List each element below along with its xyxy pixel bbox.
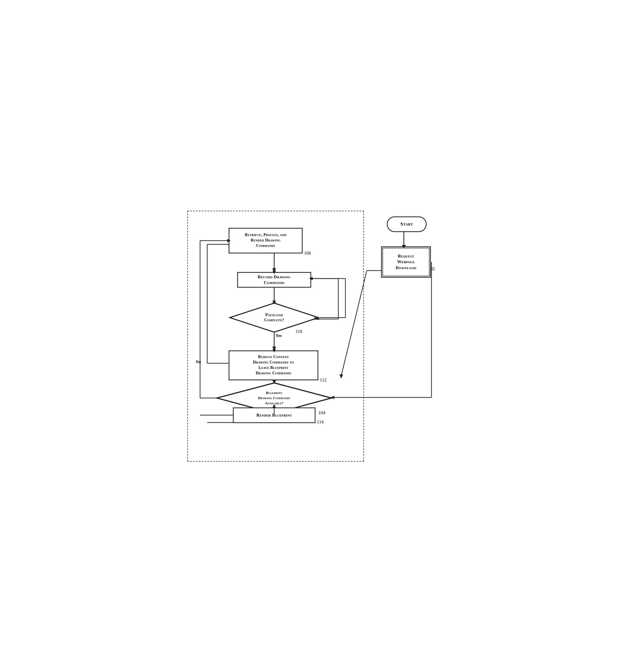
label-104: 104 [318,410,325,415]
pageload-no-label: No [314,316,319,321]
label-114: 114 [317,419,323,425]
remove-content-node: Remove ContentDrawing Commands toLeave B… [228,351,318,380]
pageload-yes-label: Yes [275,333,282,338]
render-blueprint-label: Render Blueprint [257,412,292,418]
record-drawing-label: Record DrawingCommands [258,274,291,286]
pageload-diamond-wrapper: PageloadComplete? [228,302,320,333]
pageload-diamond: PageloadComplete? [228,302,320,333]
pageload-diamond-text: PageloadComplete? [242,312,306,322]
retrieve-process-node: Retrieve, Process, andRender DrawingComm… [228,228,303,254]
label-106: 106 [304,250,311,256]
blueprint-no-label: No [196,360,201,364]
start-label: Start [401,221,413,227]
request-webpage-node: RequestWebpageDownload [381,246,431,278]
request-webpage-label: RequestWebpageDownload [395,253,416,270]
label-110: 110 [295,329,302,334]
start-node: Start [387,216,427,232]
blueprint-diamond-text: BlueprintDrawing CommandsAvailable? [239,390,309,406]
record-drawing-node: Record DrawingCommands [237,272,311,288]
retrieve-process-label: Retrieve, Process, andRender DrawingComm… [245,232,286,248]
remove-content-label: Remove ContentDrawing Commands toLeave B… [253,354,294,376]
render-blueprint-node: Render Blueprint [233,407,316,423]
diagram-container: Start 102 RequestWebpageDownload 106 Ret… [187,199,444,473]
